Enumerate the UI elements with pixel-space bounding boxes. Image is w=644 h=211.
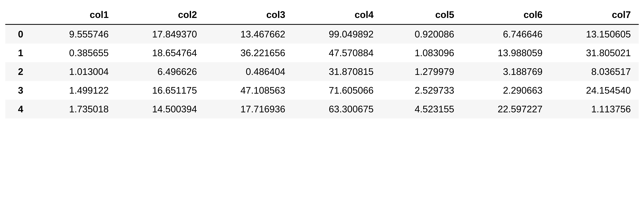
- table-row: 3 1.499122 16.651175 47.108563 71.605066…: [5, 81, 639, 100]
- table-cell: 31.805021: [550, 44, 639, 62]
- table-cell: 4.523155: [382, 100, 462, 118]
- table-cell: 3.188769: [462, 62, 550, 81]
- column-header: col6: [462, 5, 550, 24]
- table-cell: 1.013004: [36, 62, 116, 81]
- table-corner-cell: [5, 5, 36, 24]
- table-cell: 17.716936: [205, 100, 293, 118]
- table-cell: 99.049892: [293, 24, 382, 44]
- table-cell: 14.500394: [116, 100, 205, 118]
- table-cell: 13.150605: [550, 24, 639, 44]
- table-cell: 71.605066: [293, 81, 382, 100]
- table-row: 0 9.555746 17.849370 13.467662 99.049892…: [5, 24, 639, 44]
- table-row: 2 1.013004 6.496626 0.486404 31.870815 1…: [5, 62, 639, 81]
- table-cell: 6.496626: [116, 62, 205, 81]
- table-cell: 0.486404: [205, 62, 293, 81]
- column-header: col4: [293, 5, 382, 24]
- table-cell: 8.036517: [550, 62, 639, 81]
- row-index: 2: [5, 62, 36, 81]
- table-cell: 9.555746: [36, 24, 116, 44]
- data-table: col1 col2 col3 col4 col5 col6 col7 0 9.5…: [5, 5, 639, 118]
- table-cell: 2.290663: [462, 81, 550, 100]
- column-header: col5: [382, 5, 462, 24]
- table-row: 1 0.385655 18.654764 36.221656 47.570884…: [5, 44, 639, 62]
- table-cell: 16.651175: [116, 81, 205, 100]
- row-index: 3: [5, 81, 36, 100]
- table-cell: 18.654764: [116, 44, 205, 62]
- column-header: col7: [550, 5, 639, 24]
- table-cell: 47.108563: [205, 81, 293, 100]
- table-row: 4 1.735018 14.500394 17.716936 63.300675…: [5, 100, 639, 118]
- table-cell: 1.279979: [382, 62, 462, 81]
- table-cell: 17.849370: [116, 24, 205, 44]
- table-header-row: col1 col2 col3 col4 col5 col6 col7: [5, 5, 639, 24]
- table-cell: 36.221656: [205, 44, 293, 62]
- table-cell: 6.746646: [462, 24, 550, 44]
- column-header: col2: [116, 5, 205, 24]
- table-cell: 0.920086: [382, 24, 462, 44]
- row-index: 4: [5, 100, 36, 118]
- table-cell: 1.083096: [382, 44, 462, 62]
- table-cell: 1.735018: [36, 100, 116, 118]
- table-cell: 31.870815: [293, 62, 382, 81]
- table-cell: 1.499122: [36, 81, 116, 100]
- table-cell: 22.597227: [462, 100, 550, 118]
- table-cell: 47.570884: [293, 44, 382, 62]
- table-cell: 1.113756: [550, 100, 639, 118]
- table-cell: 13.988059: [462, 44, 550, 62]
- table-cell: 2.529733: [382, 81, 462, 100]
- column-header: col3: [205, 5, 293, 24]
- table-cell: 13.467662: [205, 24, 293, 44]
- row-index: 0: [5, 24, 36, 44]
- table-cell: 63.300675: [293, 100, 382, 118]
- column-header: col1: [36, 5, 116, 24]
- row-index: 1: [5, 44, 36, 62]
- table-cell: 24.154540: [550, 81, 639, 100]
- table-cell: 0.385655: [36, 44, 116, 62]
